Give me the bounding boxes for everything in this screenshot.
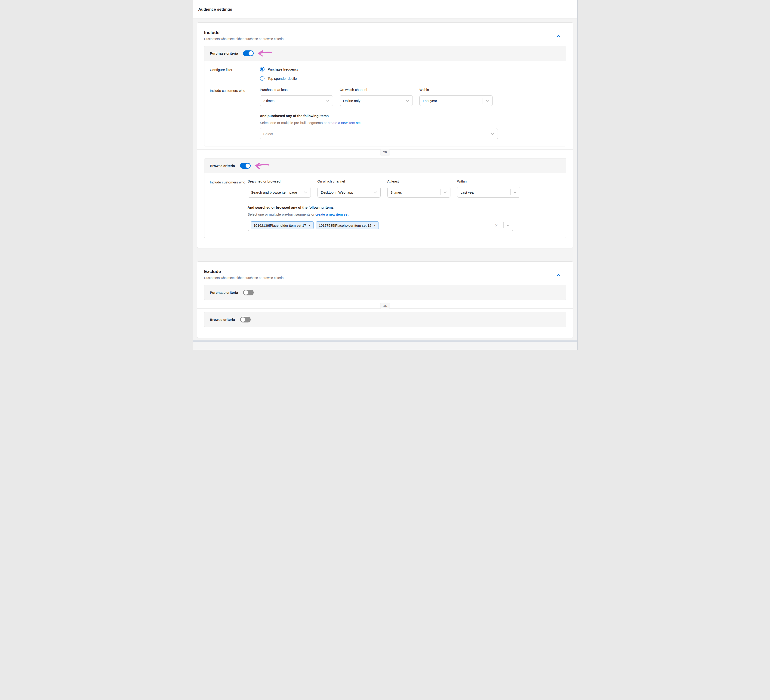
select-controls (503, 220, 513, 231)
select-controls (323, 96, 333, 106)
remove-tag-icon[interactable]: × (309, 224, 311, 227)
configure-filter-label: Configure filter (210, 67, 260, 81)
configure-filter-options: Purchase frequency Top spender decile (260, 67, 299, 81)
include-title: Include (204, 30, 566, 35)
purchase-items-block: And purchased any of the following items… (260, 114, 560, 139)
select-controls (440, 187, 450, 197)
include-section: Include Customers who meet either purcha… (197, 23, 573, 248)
browse-items-block: And searched or browsed any of the follo… (247, 206, 560, 231)
field-label: Purchased at least (260, 88, 333, 92)
select-value: Last year (423, 99, 482, 103)
toggle-knob (241, 318, 245, 322)
field-label: Within (419, 88, 493, 92)
browse-channel-field: On which channel Desktop, mWeb, app (317, 179, 380, 198)
chevron-down-icon (374, 190, 377, 193)
exclude-or-divider: OR (197, 303, 573, 309)
purchased-at-least-select[interactable]: 2 times (260, 95, 333, 106)
select-value: Last year (461, 190, 510, 194)
create-item-set-link[interactable]: create a new item set (328, 121, 361, 125)
exclude-browse-panel: Browse criteria (204, 312, 566, 327)
browse-item-set-multiselect[interactable]: 10162139|Placeholder item set 17 × 10177… (247, 220, 513, 231)
select-controls (403, 96, 412, 106)
exclude-browse-toggle[interactable] (240, 317, 251, 322)
item-set-tag: 10162139|Placeholder item set 17 × (251, 221, 314, 229)
include-collapse-button[interactable] (556, 34, 561, 39)
clear-selection-icon[interactable]: × (495, 223, 498, 228)
exclude-purchase-label: Purchase criteria (210, 290, 238, 295)
select-controls (301, 187, 311, 197)
select-controls (488, 128, 498, 139)
exclude-subtitle: Customers who meet either purchase or br… (204, 276, 566, 280)
exclude-browse-header: Browse criteria (204, 312, 566, 327)
chevron-up-icon (556, 35, 560, 39)
searched-or-browsed-field: Searched or browsed Search and browse it… (247, 179, 311, 198)
chevron-down-icon (326, 99, 329, 102)
chevron-down-icon (406, 99, 409, 102)
browse-criteria-header: Browse criteria (204, 159, 566, 173)
purchase-within-select[interactable]: Last year (419, 95, 493, 106)
or-badge: OR (380, 303, 390, 309)
hint-text: Select one or multiple pre-built segment… (260, 121, 328, 125)
toggle-knob (249, 51, 253, 55)
at-least-field: At least 3 times (387, 179, 450, 198)
radio-top-spender-decile[interactable]: Top spender decile (260, 76, 299, 81)
audience-settings-page: Audience settings Include Customers who … (192, 0, 578, 350)
select-value: Search and browse item page (251, 190, 301, 194)
page-header: Audience settings (193, 0, 578, 19)
field-label: Within (457, 179, 520, 183)
browse-criteria-panel: Browse criteria Include customers who Se… (204, 158, 566, 238)
select-value: 3 times (391, 190, 440, 194)
searched-or-browsed-select[interactable]: Search and browse item page (247, 187, 311, 198)
hint-text: Select one or multiple pre-built segment… (247, 212, 315, 216)
browse-within-field: Within Last year (457, 179, 520, 198)
radio-unselected-icon (260, 76, 265, 81)
remove-tag-icon[interactable]: × (374, 224, 376, 227)
browse-criteria-toggle[interactable] (240, 163, 251, 169)
select-placeholder: Select... (264, 132, 488, 136)
purchase-criteria-header: Purchase criteria (204, 46, 566, 61)
purchase-channel-field: On which channel Online only (340, 88, 413, 106)
purchase-within-field: Within Last year (419, 88, 493, 106)
radio-label: Top spender decile (268, 76, 297, 81)
window-bottom-edge (193, 340, 578, 342)
select-value: 2 times (264, 99, 323, 103)
purchase-criteria-body: Configure filter Purchase frequency Top … (204, 61, 566, 146)
item-set-tag: 10177535|Placeholder item set 12 × (316, 221, 379, 229)
radio-selected-icon (260, 67, 265, 71)
select-controls (370, 187, 380, 197)
purchased-at-least-field: Purchased at least 2 times (260, 88, 333, 106)
exclude-purchase-header: Purchase criteria (204, 285, 566, 300)
include-subtitle: Customers who meet either purchase or br… (204, 37, 566, 41)
field-label: At least (387, 179, 450, 183)
tag-label: 10177535|Placeholder item set 12 (319, 224, 371, 227)
chevron-down-icon (486, 99, 489, 102)
purchase-item-set-select[interactable]: Select... (260, 128, 498, 139)
chevron-down-icon (304, 190, 307, 193)
browse-fields-row: Include customers who Searched or browse… (210, 179, 560, 198)
purchase-criteria-label: Purchase criteria (210, 51, 238, 55)
include-or-divider: OR (197, 149, 573, 155)
purchase-criteria-toggle[interactable] (243, 50, 254, 56)
create-item-set-link[interactable]: create a new item set (315, 212, 348, 216)
browse-criteria-label: Browse criteria (210, 164, 235, 168)
chevron-down-icon (506, 224, 510, 227)
browse-within-select[interactable]: Last year (457, 187, 520, 198)
purchase-channel-select[interactable]: Online only (340, 95, 413, 106)
exclude-purchase-toggle[interactable] (243, 290, 254, 295)
purchase-items-hint: Select one or multiple pre-built segment… (260, 121, 560, 125)
browse-channel-select[interactable]: Desktop, mWeb, app (317, 187, 380, 198)
exclude-title: Exclude (204, 269, 566, 274)
configure-filter-row: Configure filter Purchase frequency Top … (210, 67, 560, 81)
exclude-collapse-button[interactable] (556, 273, 561, 278)
select-controls (482, 96, 492, 106)
include-customers-who-label: Include customers who (210, 179, 247, 198)
annotation-arrow-icon (254, 162, 270, 169)
chevron-down-icon (514, 190, 516, 193)
toggle-knob (244, 290, 248, 295)
radio-purchase-frequency[interactable]: Purchase frequency (260, 67, 299, 71)
or-badge: OR (380, 149, 390, 156)
browse-fields: Searched or browsed Search and browse it… (247, 179, 560, 198)
at-least-select[interactable]: 3 times (387, 187, 450, 198)
chevron-down-icon (491, 132, 494, 135)
field-label: On which channel (317, 179, 380, 183)
